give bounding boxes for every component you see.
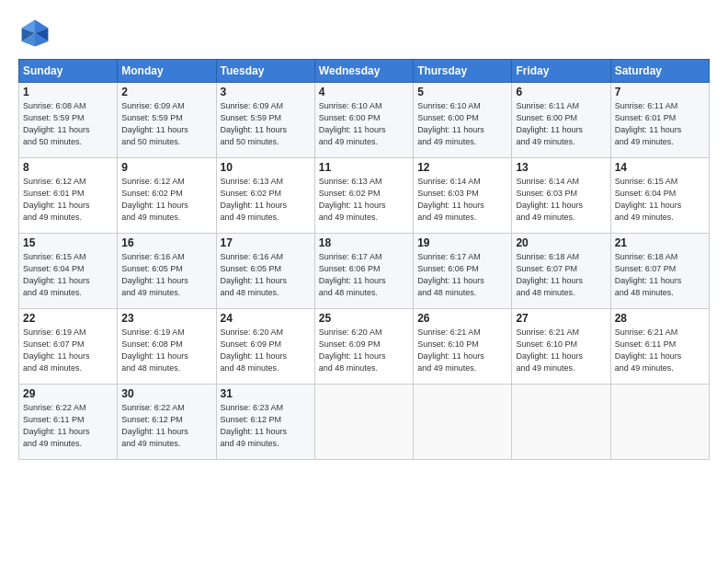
day-detail: Sunrise: 6:13 AM Sunset: 6:02 PM Dayligh… xyxy=(319,176,409,224)
page: SundayMondayTuesdayWednesdayThursdayFrid… xyxy=(0,0,728,563)
day-detail: Sunrise: 6:15 AM Sunset: 6:04 PM Dayligh… xyxy=(23,251,113,299)
day-number: 22 xyxy=(23,312,113,325)
calendar-day-cell: 2Sunrise: 6:09 AM Sunset: 5:59 PM Daylig… xyxy=(118,83,216,158)
day-number: 24 xyxy=(221,312,311,325)
day-number: 13 xyxy=(516,161,606,174)
day-detail: Sunrise: 6:09 AM Sunset: 5:59 PM Dayligh… xyxy=(221,100,311,148)
empty-cell xyxy=(512,385,610,460)
day-number: 4 xyxy=(319,86,409,98)
day-detail: Sunrise: 6:12 AM Sunset: 6:02 PM Dayligh… xyxy=(121,176,211,224)
day-number: 3 xyxy=(221,86,311,98)
header-day: Tuesday xyxy=(216,60,314,83)
calendar-day-cell: 14Sunrise: 6:15 AM Sunset: 6:04 PM Dayli… xyxy=(610,158,709,234)
day-detail: Sunrise: 6:16 AM Sunset: 6:05 PM Dayligh… xyxy=(121,251,211,299)
day-number: 31 xyxy=(221,387,311,400)
day-number: 15 xyxy=(23,236,113,249)
header xyxy=(18,17,710,50)
calendar-week-row: 8Sunrise: 6:12 AM Sunset: 6:01 PM Daylig… xyxy=(19,158,710,234)
calendar-day-cell: 16Sunrise: 6:16 AM Sunset: 6:05 PM Dayli… xyxy=(118,234,216,309)
day-number: 19 xyxy=(417,236,507,249)
calendar-day-cell: 20Sunrise: 6:18 AM Sunset: 6:07 PM Dayli… xyxy=(512,234,610,309)
calendar-day-cell: 28Sunrise: 6:21 AM Sunset: 6:11 PM Dayli… xyxy=(610,309,709,385)
calendar-day-cell: 23Sunrise: 6:19 AM Sunset: 6:08 PM Dayli… xyxy=(118,309,216,385)
calendar-week-row: 29Sunrise: 6:22 AM Sunset: 6:11 PM Dayli… xyxy=(19,385,710,460)
calendar-week-row: 15Sunrise: 6:15 AM Sunset: 6:04 PM Dayli… xyxy=(19,234,710,309)
header-day: Friday xyxy=(512,60,610,83)
calendar-day-cell: 1Sunrise: 6:08 AM Sunset: 5:59 PM Daylig… xyxy=(19,83,118,158)
day-number: 20 xyxy=(516,236,606,249)
logo-icon xyxy=(18,17,51,50)
day-detail: Sunrise: 6:22 AM Sunset: 6:11 PM Dayligh… xyxy=(23,402,113,450)
day-number: 1 xyxy=(23,86,113,98)
day-detail: Sunrise: 6:23 AM Sunset: 6:12 PM Dayligh… xyxy=(221,402,311,450)
day-detail: Sunrise: 6:08 AM Sunset: 5:59 PM Dayligh… xyxy=(23,100,113,148)
header-day: Monday xyxy=(118,60,216,83)
day-detail: Sunrise: 6:10 AM Sunset: 6:00 PM Dayligh… xyxy=(417,100,507,148)
header-day: Wednesday xyxy=(314,60,413,83)
day-detail: Sunrise: 6:17 AM Sunset: 6:06 PM Dayligh… xyxy=(417,251,507,299)
calendar-day-cell: 12Sunrise: 6:14 AM Sunset: 6:03 PM Dayli… xyxy=(414,158,512,234)
day-detail: Sunrise: 6:18 AM Sunset: 6:07 PM Dayligh… xyxy=(516,251,606,299)
day-number: 28 xyxy=(615,312,705,325)
day-detail: Sunrise: 6:17 AM Sunset: 6:06 PM Dayligh… xyxy=(319,251,409,299)
calendar-day-cell: 13Sunrise: 6:14 AM Sunset: 6:03 PM Dayli… xyxy=(512,158,610,234)
calendar-week-row: 22Sunrise: 6:19 AM Sunset: 6:07 PM Dayli… xyxy=(19,309,710,385)
calendar-day-cell: 8Sunrise: 6:12 AM Sunset: 6:01 PM Daylig… xyxy=(19,158,118,234)
day-detail: Sunrise: 6:20 AM Sunset: 6:09 PM Dayligh… xyxy=(319,327,409,374)
calendar-day-cell: 30Sunrise: 6:22 AM Sunset: 6:12 PM Dayli… xyxy=(118,385,216,460)
day-detail: Sunrise: 6:20 AM Sunset: 6:09 PM Dayligh… xyxy=(221,327,311,374)
calendar-day-cell: 25Sunrise: 6:20 AM Sunset: 6:09 PM Dayli… xyxy=(314,309,413,385)
calendar-day-cell: 11Sunrise: 6:13 AM Sunset: 6:02 PM Dayli… xyxy=(314,158,413,234)
calendar-day-cell: 10Sunrise: 6:13 AM Sunset: 6:02 PM Dayli… xyxy=(216,158,314,234)
calendar-day-cell: 22Sunrise: 6:19 AM Sunset: 6:07 PM Dayli… xyxy=(19,309,118,385)
empty-cell xyxy=(414,385,512,460)
day-number: 10 xyxy=(221,161,311,174)
day-detail: Sunrise: 6:15 AM Sunset: 6:04 PM Dayligh… xyxy=(615,176,705,224)
logo xyxy=(18,17,57,50)
day-detail: Sunrise: 6:19 AM Sunset: 6:07 PM Dayligh… xyxy=(23,327,113,374)
day-number: 12 xyxy=(417,161,507,174)
calendar-day-cell: 18Sunrise: 6:17 AM Sunset: 6:06 PM Dayli… xyxy=(314,234,413,309)
calendar-day-cell: 29Sunrise: 6:22 AM Sunset: 6:11 PM Dayli… xyxy=(19,385,118,460)
day-number: 5 xyxy=(417,86,507,98)
calendar-day-cell: 24Sunrise: 6:20 AM Sunset: 6:09 PM Dayli… xyxy=(216,309,314,385)
day-detail: Sunrise: 6:21 AM Sunset: 6:11 PM Dayligh… xyxy=(615,327,705,374)
day-number: 27 xyxy=(516,312,606,325)
header-row: SundayMondayTuesdayWednesdayThursdayFrid… xyxy=(19,60,710,83)
calendar-day-cell: 15Sunrise: 6:15 AM Sunset: 6:04 PM Dayli… xyxy=(19,234,118,309)
day-detail: Sunrise: 6:19 AM Sunset: 6:08 PM Dayligh… xyxy=(121,327,211,374)
day-detail: Sunrise: 6:09 AM Sunset: 5:59 PM Dayligh… xyxy=(121,100,211,148)
calendar-day-cell: 6Sunrise: 6:11 AM Sunset: 6:00 PM Daylig… xyxy=(512,83,610,158)
day-number: 11 xyxy=(319,161,409,174)
calendar-day-cell: 17Sunrise: 6:16 AM Sunset: 6:05 PM Dayli… xyxy=(216,234,314,309)
calendar-day-cell: 3Sunrise: 6:09 AM Sunset: 5:59 PM Daylig… xyxy=(216,83,314,158)
day-number: 23 xyxy=(121,312,211,325)
day-number: 8 xyxy=(23,161,113,174)
calendar-day-cell: 4Sunrise: 6:10 AM Sunset: 6:00 PM Daylig… xyxy=(314,83,413,158)
day-detail: Sunrise: 6:18 AM Sunset: 6:07 PM Dayligh… xyxy=(615,251,705,299)
day-number: 7 xyxy=(615,86,705,98)
day-detail: Sunrise: 6:11 AM Sunset: 6:00 PM Dayligh… xyxy=(516,100,606,148)
day-number: 18 xyxy=(319,236,409,249)
day-detail: Sunrise: 6:21 AM Sunset: 6:10 PM Dayligh… xyxy=(417,327,507,374)
day-number: 14 xyxy=(615,161,705,174)
calendar-day-cell: 21Sunrise: 6:18 AM Sunset: 6:07 PM Dayli… xyxy=(610,234,709,309)
day-number: 25 xyxy=(319,312,409,325)
day-detail: Sunrise: 6:14 AM Sunset: 6:03 PM Dayligh… xyxy=(516,176,606,224)
day-number: 26 xyxy=(417,312,507,325)
day-number: 16 xyxy=(121,236,211,249)
calendar-day-cell: 26Sunrise: 6:21 AM Sunset: 6:10 PM Dayli… xyxy=(414,309,512,385)
day-detail: Sunrise: 6:14 AM Sunset: 6:03 PM Dayligh… xyxy=(417,176,507,224)
header-day: Thursday xyxy=(414,60,512,83)
day-detail: Sunrise: 6:22 AM Sunset: 6:12 PM Dayligh… xyxy=(121,402,211,450)
calendar-day-cell: 5Sunrise: 6:10 AM Sunset: 6:00 PM Daylig… xyxy=(414,83,512,158)
calendar-day-cell: 27Sunrise: 6:21 AM Sunset: 6:10 PM Dayli… xyxy=(512,309,610,385)
empty-cell xyxy=(314,385,413,460)
day-number: 17 xyxy=(221,236,311,249)
day-number: 9 xyxy=(121,161,211,174)
day-detail: Sunrise: 6:11 AM Sunset: 6:01 PM Dayligh… xyxy=(615,100,705,148)
day-number: 30 xyxy=(121,387,211,400)
day-number: 2 xyxy=(121,86,211,98)
header-day: Saturday xyxy=(610,60,709,83)
day-detail: Sunrise: 6:21 AM Sunset: 6:10 PM Dayligh… xyxy=(516,327,606,374)
